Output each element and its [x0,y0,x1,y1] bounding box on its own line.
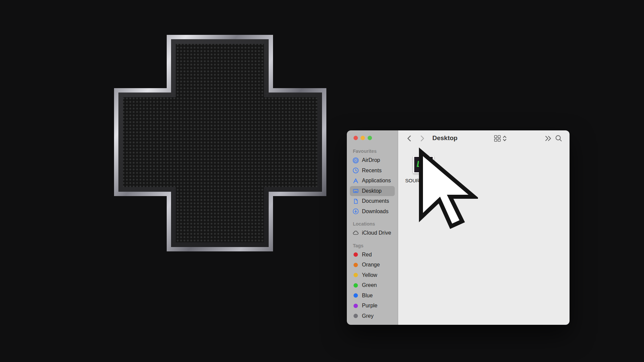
sidebar-tag-red[interactable]: Red [350,250,395,260]
back-button[interactable] [406,135,412,142]
desktop-icon [353,188,359,194]
desktop-background: Favourites AirDrop Recents [0,0,644,362]
sidebar-item-downloads[interactable]: Downloads [350,206,395,217]
red-tag-icon [354,252,358,257]
sidebar-tag-green[interactable]: Green [350,280,395,291]
sidebar-tag-purple[interactable]: Purple [350,301,395,311]
minimize-window-button[interactable] [361,136,365,140]
sidebar-tag-blue[interactable]: Blue [350,291,395,301]
green-tag-icon [354,283,358,288]
yellow-tag-icon [354,273,358,277]
sidebar-item-desktop[interactable]: Desktop [350,186,395,196]
sidebar-item-documents[interactable]: Documents [350,196,395,206]
more-toolbar-items-icon[interactable] [545,135,552,142]
sidebar-item-icloud-drive[interactable]: iCloud Drive [350,228,395,238]
grey-tag-icon [354,314,358,318]
document-icon [353,198,359,204]
sidebar-item-airdrop[interactable]: AirDrop [350,155,395,166]
sidebar-item-label: Grey [362,313,374,319]
sidebar-item-label: Red [362,252,372,258]
finder-sidebar: Favourites AirDrop Recents [347,130,398,325]
purple-tag-icon [354,304,358,308]
sidebar-section-tags: Tags [353,243,398,248]
sidebar-tag-yellow[interactable]: Yellow [350,270,395,281]
sidebar-item-label: Blue [362,293,373,299]
close-window-button[interactable] [354,136,358,140]
window-controls [347,130,398,140]
mouse-cursor [418,146,478,232]
airdrop-icon [353,157,359,164]
sidebar-section-locations: Locations [353,221,398,227]
window-title: Desktop [432,134,458,142]
search-icon[interactable] [555,135,562,142]
pharmacy-cross-sign [114,35,326,251]
sidebar-item-label: Green [362,282,377,288]
orange-tag-icon [354,263,358,267]
sidebar-item-recents[interactable]: Recents [350,166,395,176]
clock-icon [353,167,359,174]
sidebar-item-label: Yellow [362,272,377,278]
sidebar-item-label: AirDrop [362,157,380,163]
sidebar-tag-grey[interactable]: Grey [350,311,395,321]
sidebar-item-label: Purple [362,303,377,309]
sidebar-tag-orange[interactable]: Orange [350,260,395,270]
sidebar-item-applications[interactable]: Applications [350,176,395,186]
sidebar-section-favourites: Favourites [353,148,398,154]
view-options-icon[interactable] [494,135,501,142]
sort-chevrons-icon[interactable] [502,135,507,142]
sidebar-item-label: Downloads [362,208,388,215]
sidebar-item-label: Orange [362,262,380,268]
applications-icon [353,178,359,184]
download-icon [353,208,359,215]
sidebar-item-label: Desktop [362,188,382,194]
sidebar-item-label: Recents [362,168,382,174]
blue-tag-icon [354,293,358,298]
forward-button[interactable] [419,135,425,142]
zoom-window-button[interactable] [368,136,372,140]
sidebar-item-label: Documents [362,198,389,204]
sidebar-item-label: Applications [362,178,391,184]
cloud-icon [353,230,359,236]
cross-led-matrix [114,35,326,251]
sidebar-item-label: iCloud Drive [362,230,391,236]
finder-toolbar: Desktop [398,130,570,146]
